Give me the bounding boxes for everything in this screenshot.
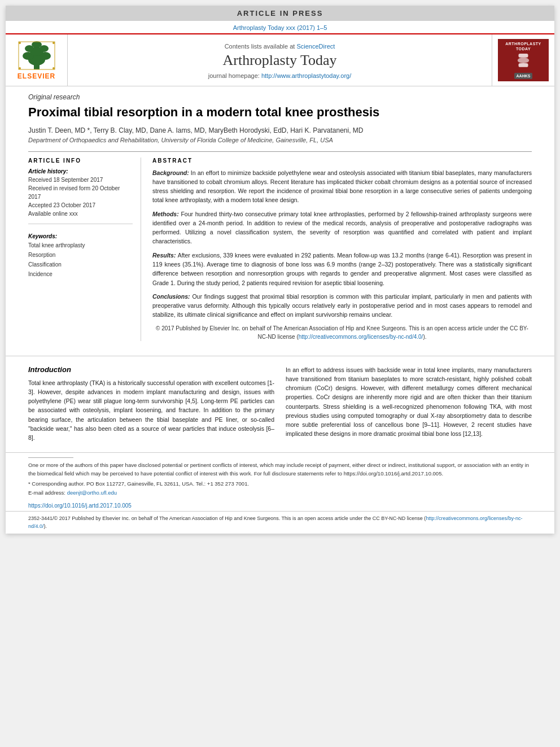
abstract-results: Results: After exclusions, 339 knees wer… (152, 251, 532, 287)
svg-point-10 (19, 67, 21, 69)
abstract-methods: Methods: Four hundred thirty-two consecu… (152, 209, 532, 246)
article-title: Proximal tibial resorption in a modern t… (28, 104, 532, 121)
doi-text[interactable]: https://doi.org/10.1016/j.artd.2017.10.0… (28, 503, 132, 509)
bottom-footer-text: 2352-3441/© 2017 Published by Elsevier I… (28, 516, 426, 521)
body-col-right: In an effort to address issues with back… (286, 365, 532, 447)
svg-point-14 (518, 58, 529, 63)
svg-rect-15 (518, 63, 528, 67)
svg-rect-13 (518, 54, 528, 58)
methods-text: Four hundred thirty-two consecutive prim… (152, 211, 532, 245)
arthroplasty-logo-title: ARTHROPLASTY TODAY (505, 41, 541, 51)
journal-header: ELSEVIER Contents lists available at Sci… (6, 33, 554, 86)
copyright-line: © 2017 Published by Elsevier Inc. on beh… (152, 324, 532, 341)
bottom-footer-close: ). (44, 523, 47, 529)
corresponding-note: * Corresponding author. PO Box 112727, G… (28, 480, 532, 488)
footnotes: One or more of the authors of this paper… (6, 452, 554, 500)
arthroplasty-logo-section: ARTHROPLASTY TODAY AAHKS (492, 34, 554, 86)
arthroplasty-line1: ARTHROPLASTY (505, 41, 541, 46)
arthroplasty-logo: ARTHROPLASTY TODAY AAHKS (498, 39, 549, 81)
article-info-abstract: ARTICLE INFO Article history: Received 1… (28, 151, 532, 341)
received-revised-label: Received in revised form 20 October 2017 (28, 184, 133, 201)
journal-ref-text: Arthroplasty Today xxx (2017) 1–5 (233, 24, 327, 31)
doi-line: https://doi.org/10.1016/j.artd.2017.10.0… (6, 500, 554, 511)
journal-title-section: Contents lists available at ScienceDirec… (68, 34, 492, 86)
intro-para1: Total knee arthroplasty (TKA) is a histo… (28, 378, 274, 443)
authors-text: Justin T. Deen, MD *, Terry B. Clay, MD,… (28, 126, 364, 134)
keyword-1: Total knee arthroplasty (28, 241, 133, 250)
article-type: Original research (28, 93, 532, 101)
article-affiliation: Department of Orthopaedics and Rehabilit… (28, 137, 532, 143)
abstract-col: ABSTRACT Background: In an effort to min… (152, 158, 532, 341)
svg-point-8 (19, 42, 21, 44)
abstract-conclusions: Conclusions: Our findings suggest that p… (152, 292, 532, 320)
svg-point-9 (53, 42, 55, 44)
article-in-press-banner: ARTICLE IN PRESS (6, 6, 554, 21)
journal-homepage: journal homepage: http://www.arthroplast… (208, 72, 352, 79)
body-section: Introduction Total knee arthroplasty (TK… (6, 356, 554, 453)
intro-para2: In an effort to address issues with back… (286, 365, 532, 439)
keyword-3: Classification (28, 260, 133, 269)
footnote-divider (28, 457, 73, 458)
email-address[interactable]: deenjt@ortho.ufl.edu (67, 490, 117, 496)
sciencedirect-link[interactable]: ScienceDirect (296, 43, 335, 50)
results-label: Results: (152, 252, 178, 259)
body-two-col: Introduction Total knee arthroplasty (TK… (28, 365, 532, 447)
abstract-background: Background: In an effort to minimize bac… (152, 168, 532, 205)
received-date: Received 18 September 2017 (28, 176, 133, 184)
elsevier-logo: ELSEVIER (17, 40, 56, 80)
bottom-footer: 2352-3441/© 2017 Published by Elsevier I… (6, 511, 554, 534)
results-text: After exclusions, 339 knees were evaluat… (152, 252, 532, 286)
knee-joint-icon (512, 54, 535, 67)
article-info-header: ARTICLE INFO (28, 158, 133, 164)
methods-label: Methods: (152, 211, 181, 217)
email-line: E-mail address: deenjt@ortho.ufl.edu (28, 489, 532, 497)
copyright-close: ). (423, 334, 426, 340)
accepted-date: Accepted 23 October 2017 (28, 201, 133, 209)
svg-point-11 (53, 67, 55, 69)
arthroplasty-line2: TODAY (505, 46, 541, 51)
history-label: Article history: (28, 168, 133, 174)
keyword-2: Resorption (28, 250, 133, 260)
background-label: Background: (152, 169, 191, 176)
article-content: Original research Proximal tibial resorp… (6, 86, 554, 350)
svg-point-7 (32, 41, 42, 48)
elsevier-tree-icon (17, 40, 56, 71)
disclosure-note: One or more of the authors of this paper… (28, 461, 532, 478)
background-text: In an effort to minimize backside polyet… (152, 169, 532, 204)
sciencedirect-line: Contents lists available at ScienceDirec… (225, 43, 335, 50)
available-online: Available online xxx (28, 209, 133, 218)
conclusions-label: Conclusions: (152, 293, 192, 300)
page: ARTICLE IN PRESS Arthroplasty Today xxx … (6, 6, 554, 534)
elsevier-name: ELSEVIER (18, 72, 55, 80)
keywords-section: Keywords: Total knee arthroplasty Resorp… (28, 224, 133, 279)
article-info-col: ARTICLE INFO Article history: Received 1… (28, 158, 141, 341)
email-label: E-mail address: (28, 490, 65, 496)
homepage-text: journal homepage: (208, 72, 260, 79)
article-authors: Justin T. Deen, MD *, Terry B. Clay, MD,… (28, 126, 532, 134)
abstract-header: ABSTRACT (152, 158, 532, 164)
banner-text: ARTICLE IN PRESS (237, 9, 323, 18)
journal-ref: Arthroplasty Today xxx (2017) 1–5 (6, 21, 554, 33)
conclusions-text: Our findings suggest that proximal tibia… (152, 293, 532, 318)
elsevier-logo-section: ELSEVIER (6, 34, 68, 86)
copyright-link[interactable]: http://creativecommons.org/licenses/by-n… (299, 334, 423, 340)
journal-title: Arthroplasty Today (222, 52, 336, 69)
introduction-title: Introduction (28, 365, 274, 374)
keywords-label: Keywords: (28, 233, 133, 239)
keyword-4: Incidence (28, 269, 133, 279)
sciencedirect-text: Contents lists available at (225, 43, 295, 50)
homepage-url[interactable]: http://www.arthroplastytoday.org/ (261, 72, 351, 79)
aahks-badge: AAHKS (514, 73, 533, 79)
body-col-left: Introduction Total knee arthroplasty (TK… (28, 365, 274, 447)
